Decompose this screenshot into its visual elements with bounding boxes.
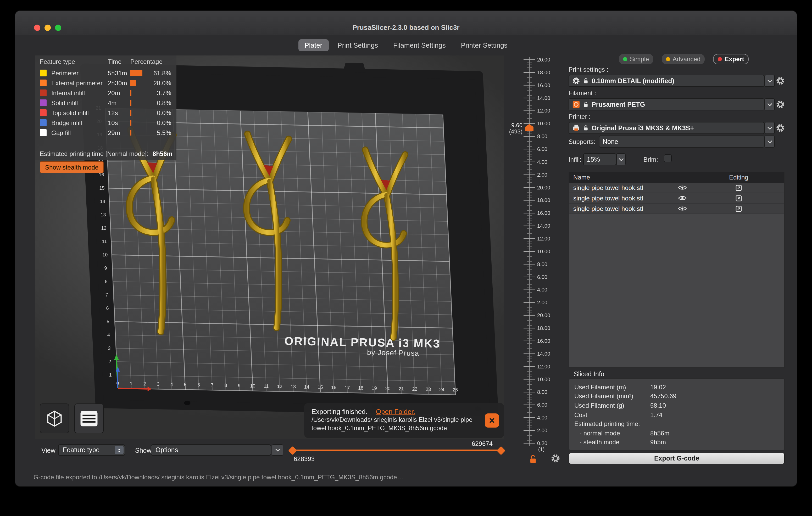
feature-time: 2h30m [108, 79, 130, 87]
svg-text:2: 2 [109, 359, 111, 364]
svg-text:6: 6 [197, 382, 200, 388]
mode-simple[interactable]: Simple [619, 54, 653, 64]
maximize-window-button[interactable] [55, 25, 61, 31]
sliced-info-panel: Used Filament (m)19.02Used Filament (mm³… [569, 378, 785, 451]
export-gcode-button[interactable]: Export G-code [569, 453, 785, 464]
sliced-info-rows: Used Filament (m)19.02Used Filament (mm³… [569, 383, 784, 447]
supports-value: None [603, 138, 618, 145]
svg-text:16.00: 16.00 [537, 83, 550, 88]
percentage-bar [130, 120, 148, 126]
close-window-button[interactable] [34, 25, 40, 31]
feature-label: Top solid infill [51, 109, 108, 116]
tab-filament-settings[interactable]: Filament Settings [387, 39, 452, 51]
object-row[interactable]: single pipe towel hook.stl [569, 183, 784, 193]
info-label: - normal mode [574, 430, 650, 437]
open-folder-link[interactable]: Open Folder. [376, 408, 415, 416]
object-settings-icon[interactable] [693, 184, 784, 191]
slider-settings-gear-icon[interactable] [551, 454, 560, 463]
infill-select[interactable]: 15% [583, 153, 616, 165]
object-name: single pipe towel hook.stl [569, 184, 672, 191]
edit-print-settings-gear-icon[interactable] [776, 77, 785, 85]
view-mode-toggle [40, 403, 104, 433]
object-list: Name Editing single pipe towel hook.stls… [569, 172, 785, 368]
desktop: PrusaSlicer-2.3.0 based on Slic3r Plater… [0, 0, 812, 516]
lock-icon [583, 125, 588, 131]
legend-row: Bridge infill10s0.0% [35, 118, 176, 128]
range-slider-right-handle[interactable] [497, 446, 505, 455]
object-row[interactable]: single pipe towel hook.stl [569, 204, 784, 214]
tab-plater[interactable]: Plater [298, 39, 328, 51]
svg-text:25: 25 [453, 387, 458, 393]
slider-lock-icon[interactable] [529, 455, 538, 464]
brim-checkbox[interactable] [664, 154, 672, 162]
close-notification-button[interactable]: × [485, 414, 499, 428]
gcode-range-slider[interactable]: 629674 628393 [288, 440, 505, 467]
tab-print-settings[interactable]: Print Settings [331, 39, 384, 51]
svg-text:22: 22 [412, 387, 417, 392]
sliced-info-row: Used Filament (m)19.02 [569, 383, 784, 392]
legend-row: Solid infill4m0.8% [35, 98, 176, 108]
object-row[interactable]: single pipe towel hook.stl [569, 193, 784, 204]
legend-col-percentage: Percentage [130, 58, 172, 65]
edit-printer-gear-icon[interactable] [776, 123, 785, 132]
supports-dropdown-button[interactable] [764, 135, 775, 148]
mode-expert[interactable]: Expert [713, 54, 749, 64]
chevron-down-icon [618, 158, 623, 161]
printer-dropdown-button[interactable] [764, 122, 775, 134]
svg-text:8: 8 [105, 279, 108, 284]
feature-color-swatch [40, 119, 47, 126]
mode-dot [623, 57, 627, 61]
editor-view-button[interactable] [40, 403, 69, 433]
toggle-visibility-eye-icon[interactable] [672, 185, 693, 190]
object-settings-icon[interactable] [693, 205, 784, 212]
percentage-bar [130, 130, 148, 135]
filament-dropdown-button[interactable] [764, 98, 775, 111]
feature-label: Bridge infill [51, 119, 108, 126]
mode-label: Advanced [672, 56, 700, 63]
object-rows: single pipe towel hook.stlsingle pipe to… [569, 183, 784, 214]
export-path-line2: towel hook_0.1mm_PETG_MK3S_8h56m.gcode [312, 424, 480, 432]
print-settings-dropdown-button[interactable] [764, 75, 775, 87]
toggle-visibility-eye-icon[interactable] [672, 195, 693, 201]
svg-text:10: 10 [250, 383, 255, 389]
show-stealth-mode-button[interactable]: Show stealth mode [40, 161, 104, 173]
filament-combo[interactable]: Prusament PETG [569, 98, 764, 111]
info-label: Estimated printing time: [574, 420, 650, 428]
printer-icon [572, 124, 580, 132]
svg-text:16: 16 [331, 385, 337, 390]
view-select[interactable]: Feature type ▴▾ [58, 444, 125, 456]
show-select[interactable]: Options [151, 444, 271, 456]
viewport-3d[interactable]: 0123456789101112131415161718192021222324… [35, 56, 504, 439]
svg-text:14.00: 14.00 [537, 351, 550, 357]
object-name: single pipe towel hook.stl [569, 205, 672, 212]
infill-value: 15% [587, 156, 600, 163]
object-settings-icon[interactable] [693, 195, 784, 201]
feature-color-swatch [40, 99, 47, 106]
toggle-visibility-eye-icon[interactable] [672, 206, 693, 211]
preview-view-button[interactable] [74, 403, 104, 433]
svg-text:8.00: 8.00 [537, 262, 547, 267]
show-label: Show [135, 447, 151, 454]
range-slider-left-handle[interactable] [288, 446, 297, 455]
percentage-bar [130, 90, 148, 96]
minimize-window-button[interactable] [45, 25, 51, 31]
printer-combo[interactable]: Original Prusa i3 MK3S & MK3S+ [569, 122, 764, 134]
svg-text:20: 20 [385, 386, 390, 391]
show-dropdown-button[interactable] [272, 444, 283, 456]
infill-dropdown-button[interactable] [616, 153, 626, 165]
legend-col-feature-type: Feature type [40, 58, 108, 65]
feature-color-swatch [40, 90, 47, 96]
chevron-down-icon [767, 140, 772, 143]
svg-text:18.00: 18.00 [537, 325, 550, 331]
bottom-toolbar: View Feature type ▴▾ Show Options 629674… [35, 440, 506, 467]
gcode-legend-panel: Feature type Time Percentage Perimeter5h… [35, 56, 176, 160]
print-settings-combo[interactable]: 0.10mm DETAIL (modified) [569, 75, 764, 87]
supports-select[interactable]: None [599, 135, 764, 148]
range-slider-track[interactable] [293, 450, 501, 451]
feature-label: Gap fill [51, 129, 108, 136]
edit-filament-gear-icon[interactable] [776, 100, 785, 109]
feature-percentage: 0.0% [148, 109, 171, 116]
layer-ruler[interactable]: 20.0018.0016.0014.0012.0010.008.006.004.… [500, 47, 566, 455]
mode-advanced[interactable]: Advanced [662, 54, 705, 64]
feature-percentage: 61.8% [148, 69, 171, 77]
